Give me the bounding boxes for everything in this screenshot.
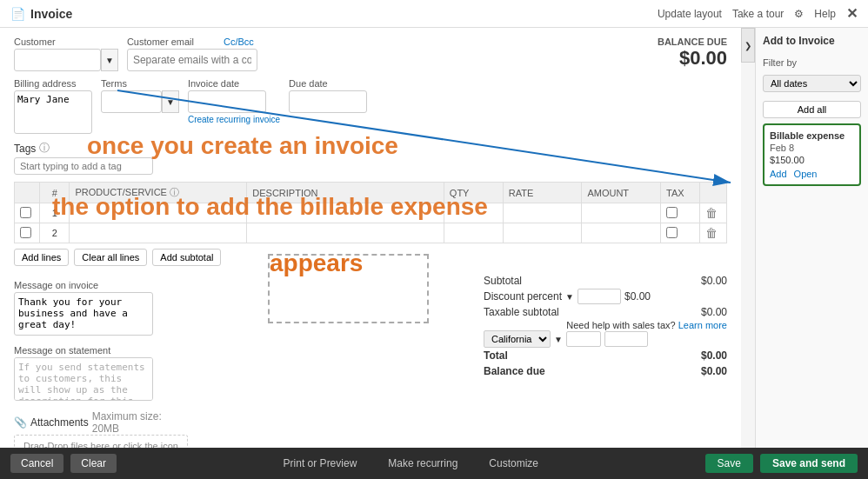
sidebar-toggle-btn[interactable]: ❯ <box>741 28 755 63</box>
paperclip-icon: 📎 <box>14 416 27 429</box>
row1-checkbox[interactable] <box>20 207 31 218</box>
product-info-icon: ⓘ <box>170 187 179 197</box>
help-btn[interactable]: Help <box>814 8 836 20</box>
attach-drop-zone[interactable]: Drag-Drop files here or click the icon <box>14 435 188 448</box>
learn-more-link[interactable]: Learn more <box>678 320 727 330</box>
attachments-section: 📎 Attachments Maximum size: 20MB Drag-Dr… <box>14 410 188 448</box>
clear-btn[interactable]: Clear <box>70 454 117 473</box>
cc-bcc-link[interactable]: Cc/Bcc <box>224 37 254 47</box>
row1-tax[interactable] <box>661 203 700 223</box>
row2-checkbox[interactable] <box>20 227 31 238</box>
taxable-subtotal-value: $0.00 <box>701 306 727 318</box>
message-on-statement-textarea[interactable]: If you send statements to customers, thi… <box>14 357 153 401</box>
row2-product[interactable] <box>70 223 247 243</box>
message-on-invoice-textarea[interactable]: Thank you for your business and have a g… <box>14 292 153 336</box>
row1-qty[interactable] <box>444 203 503 223</box>
due-date-input[interactable]: 03/08/2024 <box>289 90 367 113</box>
row1-product[interactable] <box>70 203 247 223</box>
message-on-invoice-section: Message on invoice Thank you for your bu… <box>14 280 188 338</box>
add-lines-btn[interactable]: Add lines <box>14 249 69 266</box>
main-layout: once you create an invoice the option to… <box>0 28 868 448</box>
update-layout-btn[interactable]: Update layout <box>658 8 722 20</box>
add-all-btn[interactable]: Add all <box>763 101 861 118</box>
row2-delete-btn[interactable]: 🗑 <box>705 226 718 240</box>
customize-btn[interactable]: Customize <box>480 454 547 473</box>
row2-amount[interactable] <box>582 223 661 243</box>
message-on-statement-section: Message on statement If you send stateme… <box>14 345 188 403</box>
col-delete <box>700 183 727 203</box>
subtotal-row: Subtotal $0.00 <box>484 273 727 289</box>
save-btn[interactable]: Save <box>705 454 753 473</box>
save-and-send-btn[interactable]: Save and send <box>760 454 858 473</box>
totals-table: Subtotal $0.00 Discount percent ▼ $0.00 … <box>484 273 727 379</box>
billing-address-label: Billing address <box>14 78 92 89</box>
subtotal-label: Subtotal <box>484 275 522 287</box>
table-row: 1 🗑 <box>15 203 727 223</box>
row2-rate[interactable] <box>503 223 582 243</box>
sidebar-title: Add to Invoice <box>763 35 861 47</box>
filter-by-label: Filter by <box>763 57 861 68</box>
billable-expense-card: Billable expense Feb 8 $150.00 Add Open <box>763 123 861 186</box>
tax-pct-input[interactable]: 8% <box>566 331 601 347</box>
filter-by-select[interactable]: All dates <box>763 75 861 92</box>
row1-amount[interactable] <box>582 203 661 223</box>
total-label: Total <box>484 349 508 362</box>
print-or-preview-btn[interactable]: Print or Preview <box>275 454 366 473</box>
bottom-bar: Cancel Clear Print or Preview Make recur… <box>0 448 868 479</box>
row2-tax[interactable] <box>661 223 700 243</box>
row1-description[interactable] <box>247 203 444 223</box>
invoice-date-group: Invoice date 02/08/2024 Create recurring… <box>188 78 280 124</box>
take-tour-btn[interactable]: Take a tour <box>732 8 784 20</box>
due-date-group: Due date 03/08/2024 <box>289 78 367 113</box>
discount-dropdown-icon[interactable]: ▼ <box>565 292 574 302</box>
billable-expense-label: Billable expense <box>770 130 854 141</box>
cancel-btn[interactable]: Cancel <box>10 454 63 473</box>
billable-add-btn[interactable]: Add <box>770 169 787 179</box>
col-num: # <box>40 183 70 203</box>
taxable-subtotal-label: Taxable subtotal <box>484 306 559 318</box>
billing-address-input[interactable]: Mary Jane <box>14 90 92 134</box>
totals-section: Subtotal $0.00 Discount percent ▼ $0.00 … <box>197 273 727 448</box>
col-tax: TAX <box>661 183 700 203</box>
right-sidebar: Add to Invoice Filter by All dates Add a… <box>755 28 868 448</box>
invoice-date-input[interactable]: 02/08/2024 <box>188 90 266 113</box>
tax-dropdown-icon[interactable]: ▼ <box>554 335 563 344</box>
row1-delete-btn[interactable]: 🗑 <box>705 206 718 220</box>
due-date-label: Due date <box>289 78 367 89</box>
billable-open-btn[interactable]: Open <box>794 169 818 179</box>
terms-group: Terms Net 30 ▼ <box>101 78 179 113</box>
top-bar-actions: Update layout Take a tour ⚙ Help ✕ <box>658 5 858 22</box>
sales-tax-help-text: Need help with sales tax? <box>566 320 675 330</box>
row1-rate[interactable] <box>503 203 582 223</box>
col-rate: RATE <box>503 183 582 203</box>
customer-email-field-group: Customer email Cc/Bcc <box>127 37 257 71</box>
subtotal-value: $0.00 <box>701 275 727 287</box>
tags-input[interactable] <box>14 157 153 175</box>
tags-info-icon: ⓘ <box>39 141 50 156</box>
billing-address-group: Billing address Mary Jane <box>14 78 92 134</box>
close-icon[interactable]: ✕ <box>846 5 858 22</box>
make-recurring-btn[interactable]: Make recurring <box>379 454 466 473</box>
customer-input[interactable]: Mary Jane <box>14 49 101 71</box>
total-value: $0.00 <box>701 349 727 362</box>
customer-dropdown-icon[interactable]: ▼ <box>101 49 118 71</box>
add-subtotal-btn[interactable]: Add subtotal <box>152 249 221 266</box>
attach-drop-text: Drag-Drop files here or click the icon <box>23 441 178 448</box>
message-on-invoice-label: Message on invoice <box>14 280 188 290</box>
terms-dropdown-icon[interactable]: ▼ <box>162 90 179 113</box>
total-row: Total $0.00 <box>484 348 727 363</box>
create-recurring-link[interactable]: Create recurring invoice <box>188 115 280 124</box>
tax-state-select[interactable]: California <box>484 330 551 348</box>
row2-qty[interactable] <box>444 223 503 243</box>
billable-expense-amount: $150.00 <box>770 155 854 165</box>
table-actions: Add lines Clear all lines Add subtotal <box>14 249 727 266</box>
customer-email-input[interactable] <box>127 49 257 71</box>
tags-section: Tags ⓘ <box>14 141 727 175</box>
message-on-statement-label: Message on statement <box>14 345 188 356</box>
customer-email-label: Customer email <box>127 37 194 47</box>
clear-all-lines-btn[interactable]: Clear all lines <box>74 249 147 266</box>
discount-input[interactable] <box>578 289 621 304</box>
tax-amount-input[interactable]: 0.00 <box>604 331 648 347</box>
row2-description[interactable] <box>247 223 444 243</box>
terms-input[interactable]: Net 30 <box>101 90 162 113</box>
